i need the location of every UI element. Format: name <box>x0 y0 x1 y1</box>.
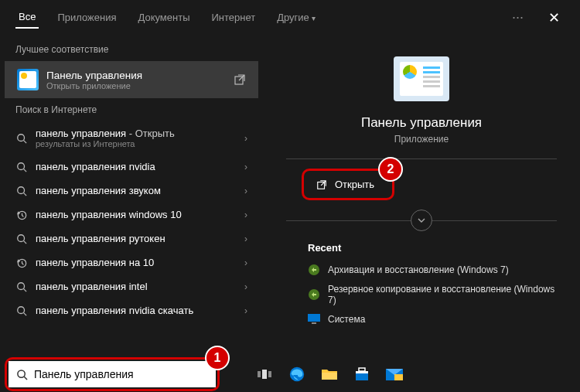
recent-header: Recent <box>308 242 341 254</box>
search-result-item[interactable]: панель управления на 10› <box>0 251 263 274</box>
svg-point-2 <box>18 162 25 169</box>
chevron-right-icon: › <box>244 257 247 268</box>
tab-other[interactable]: Другие <box>274 7 318 28</box>
tab-documents[interactable]: Документы <box>135 7 193 28</box>
recent-item[interactable]: Резервное копирование и восстановление (… <box>308 280 557 309</box>
svg-rect-16 <box>262 370 267 379</box>
search-result-item[interactable]: панель управления nvidia› <box>0 155 263 179</box>
preview-subtitle: Приложение <box>394 134 449 145</box>
chevron-right-icon: › <box>244 210 247 220</box>
svg-rect-22 <box>359 368 365 371</box>
recent-item-label: Архивация и восстановление (Windows 7) <box>328 264 509 275</box>
search-input[interactable] <box>34 368 208 380</box>
svg-point-5 <box>18 234 25 241</box>
open-button-label: Открыть <box>335 179 374 190</box>
svg-rect-19 <box>322 373 337 380</box>
taskbar-store[interactable] <box>348 360 376 388</box>
taskbar-area: 1 <box>0 356 580 392</box>
best-match-item[interactable]: Панель управления Открыть приложение <box>5 61 258 98</box>
recent-item[interactable]: Система <box>308 309 557 329</box>
backup-icon <box>308 264 320 276</box>
svg-point-7 <box>18 282 25 289</box>
result-text: панель управления intel <box>36 281 244 292</box>
search-result-item[interactable]: панель управления intel› <box>0 274 263 298</box>
result-text: панель управления звуком <box>36 185 244 196</box>
result-text: панель управления nvidia скачать <box>36 305 244 316</box>
web-search-header: Поиск в Интернете <box>0 98 263 121</box>
result-text: панель управления рутокен <box>36 233 244 244</box>
tab-apps[interactable]: Приложения <box>54 7 119 28</box>
taskbar-edge[interactable] <box>283 360 311 388</box>
expand-toggle[interactable] <box>411 210 432 231</box>
search-icon <box>15 186 28 196</box>
svg-rect-12 <box>308 314 320 322</box>
chevron-down-icon <box>417 216 426 225</box>
recent-list: Архивация и восстановление (Windows 7)Ре… <box>286 260 557 329</box>
recent-item-label: Система <box>328 314 365 325</box>
tab-internet[interactable]: Интернет <box>208 7 258 28</box>
search-icon <box>15 133 28 144</box>
preview-app-icon <box>394 56 449 101</box>
svg-rect-15 <box>258 371 261 377</box>
chevron-right-icon: › <box>244 281 247 292</box>
search-result-item[interactable]: панель управления рутокен› <box>0 227 263 251</box>
search-result-item[interactable]: панель управления nvidia скачать› <box>0 298 263 322</box>
result-text: панель управления nvidia <box>36 161 244 172</box>
search-result-item[interactable]: панель управления звуком› <box>0 179 263 203</box>
annotation-step-2: 2 <box>378 157 403 182</box>
svg-point-1 <box>18 134 25 141</box>
result-text: панель управления - Открытьрезультаты из… <box>36 128 244 148</box>
open-button[interactable]: Открыть 2 <box>302 169 394 200</box>
results-panel: Лучшее соответствие Панель управления От… <box>0 35 263 360</box>
taskbar-explorer[interactable] <box>316 360 343 388</box>
taskbar-task-view[interactable] <box>251 360 278 388</box>
history-icon <box>15 209 28 220</box>
preview-title: Панель управления <box>361 115 482 131</box>
taskbar-search-box[interactable] <box>9 361 216 387</box>
search-icon <box>15 233 28 244</box>
chevron-right-icon: › <box>244 186 247 196</box>
result-text: панель управления на 10 <box>36 257 244 268</box>
svg-point-14 <box>18 370 25 377</box>
chevron-right-icon: › <box>244 305 247 316</box>
best-match-header: Лучшее соответствие <box>0 38 263 61</box>
open-external-icon <box>234 73 246 86</box>
search-box-highlight: 1 <box>5 357 220 391</box>
recent-item[interactable]: Архивация и восстановление (Windows 7) <box>308 260 557 280</box>
svg-rect-17 <box>268 371 271 377</box>
annotation-step-1: 1 <box>205 346 230 370</box>
search-tabs: Все Приложения Документы Интернет Другие… <box>0 0 580 35</box>
backup-icon <box>308 288 320 301</box>
close-button[interactable]: ✕ <box>544 9 565 26</box>
best-match-subtitle: Открыть приложение <box>46 81 234 90</box>
recent-item-label: Резервное копирование и восстановление (… <box>328 284 557 305</box>
result-text: панель управления windows 10 <box>36 209 244 220</box>
chevron-right-icon: › <box>244 133 247 144</box>
svg-rect-24 <box>394 374 403 380</box>
taskbar-mail[interactable] <box>380 360 408 388</box>
more-button[interactable]: ··· <box>507 9 528 26</box>
history-icon <box>15 257 28 268</box>
monitor-icon <box>308 313 320 326</box>
search-result-item[interactable]: панель управления windows 10› <box>0 203 263 227</box>
svg-point-3 <box>18 186 25 193</box>
svg-rect-13 <box>312 322 316 324</box>
search-icon <box>15 305 28 316</box>
tab-all[interactable]: Все <box>15 6 39 29</box>
search-result-item[interactable]: панель управления - Открытьрезультаты из… <box>0 121 263 155</box>
control-panel-icon <box>17 69 39 90</box>
preview-panel: Панель управления Приложение Открыть 2 R… <box>263 35 580 360</box>
search-icon <box>15 281 28 292</box>
chevron-right-icon: › <box>244 162 247 172</box>
open-external-icon <box>316 179 327 190</box>
best-match-title: Панель управления <box>46 70 234 81</box>
search-icon <box>16 369 28 380</box>
svg-point-8 <box>18 306 25 313</box>
search-icon <box>15 162 28 172</box>
chevron-right-icon: › <box>244 233 247 244</box>
